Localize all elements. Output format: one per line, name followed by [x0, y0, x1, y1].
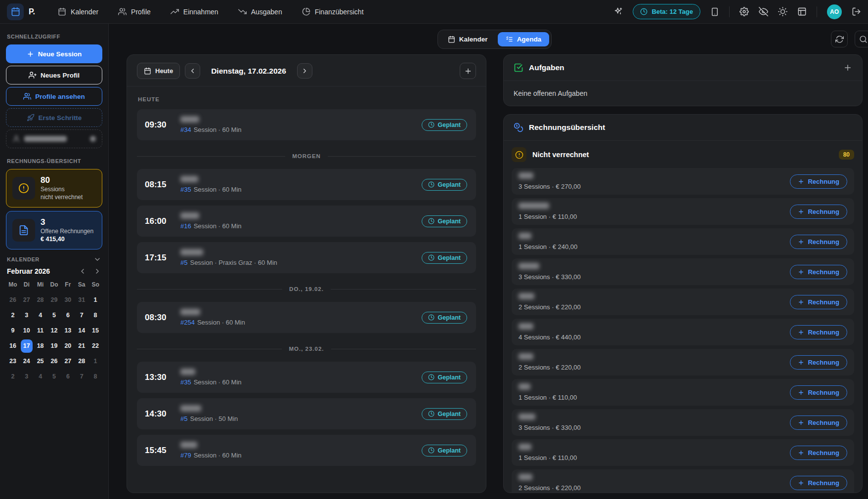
next-day-button[interactable] — [297, 63, 312, 79]
invoice-row[interactable]: 4 Sessions · € 440,00 Rechnung — [512, 319, 854, 345]
create-invoice-button[interactable]: Rechnung — [790, 235, 847, 249]
invoice-row[interactable]: 1 Session · € 110,00 Rechnung — [512, 379, 854, 406]
calendar-day[interactable]: 18 — [35, 339, 46, 353]
create-invoice-button[interactable]: Rechnung — [790, 446, 847, 460]
calendar-day[interactable]: 7 — [76, 309, 87, 322]
calendar-day[interactable]: 28 — [35, 293, 46, 307]
today-button[interactable]: Heute — [137, 63, 180, 79]
calendar-day[interactable]: 21 — [76, 339, 87, 353]
agenda-entry[interactable]: 09:30 #34Session · 60 Min Geplant — [137, 109, 476, 140]
calendar-day[interactable]: 30 — [62, 293, 74, 307]
calendar-section-header[interactable]: KALENDER — [7, 255, 101, 263]
calendar-day[interactable]: 28 — [76, 355, 87, 368]
invoice-row[interactable]: 1 Session · € 110,00 Rechnung — [512, 198, 854, 225]
calendar-day[interactable]: 6 — [62, 370, 74, 383]
agenda-entry[interactable]: 17:15 #5Session · Praxis Graz · 60 Min G… — [137, 242, 476, 273]
beta-badge[interactable]: Beta: 12 Tage — [633, 4, 700, 19]
calendar-day[interactable]: 29 — [48, 293, 60, 307]
agenda-entry[interactable]: 08:15 #35Session · 60 Min Geplant — [137, 169, 476, 200]
calendar-day[interactable]: 31 — [76, 293, 87, 307]
invoice-row[interactable]: 1 Session · € 240,00 Rechnung — [512, 228, 854, 255]
calendar-day[interactable]: 20 — [62, 339, 74, 353]
calendar-day[interactable]: 10 — [21, 324, 33, 337]
open-invoices-card[interactable]: 3 Offene Rechnungen € 415,40 — [6, 211, 102, 250]
calendar-day[interactable]: 26 — [7, 293, 19, 307]
calendar-day[interactable]: 22 — [89, 339, 101, 353]
calendar-day[interactable]: 4 — [35, 309, 46, 322]
calendar-day[interactable]: 2 — [7, 370, 19, 383]
calendar-day[interactable]: 13 — [62, 324, 74, 337]
invoice-row[interactable]: 3 Sessions · € 330,00 Rechnung — [512, 409, 854, 436]
mobile-button[interactable] — [710, 7, 719, 16]
calendar-day[interactable]: 4 — [35, 370, 46, 383]
calendar-day[interactable]: 16 — [7, 339, 19, 353]
sparkles-button[interactable] — [613, 7, 623, 16]
next-month-button[interactable] — [93, 267, 101, 275]
calendar-day[interactable]: 1 — [89, 355, 101, 368]
agenda-entry[interactable]: 14:30 #5Session · 50 Min Geplant — [137, 398, 476, 429]
invoice-row[interactable]: 2 Sessions · € 220,00 Rechnung — [512, 469, 854, 493]
calendar-day[interactable]: 23 — [7, 355, 19, 368]
invoice-row[interactable]: 2 Sessions · € 220,00 Rechnung — [512, 349, 854, 375]
new-profile-button[interactable]: Neues Profil — [6, 66, 102, 84]
calendar-day[interactable]: 11 — [35, 324, 46, 337]
calendar-day[interactable]: 15 — [89, 324, 101, 337]
calendar-day[interactable]: 19 — [48, 339, 60, 353]
nav-finanzuebersicht[interactable]: Finanzübersicht — [302, 7, 364, 16]
calendar-day[interactable]: 2 — [7, 309, 19, 322]
calendar-day[interactable]: 25 — [35, 355, 46, 368]
calendar-day[interactable]: 8 — [89, 370, 101, 383]
agenda-entry[interactable]: 16:00 #16Session · 60 Min Geplant — [137, 206, 476, 237]
avatar[interactable]: AO — [827, 4, 842, 19]
calendar-day[interactable]: 12 — [48, 324, 60, 337]
calendar-day[interactable]: 6 — [62, 309, 74, 322]
prev-day-button[interactable] — [185, 63, 200, 79]
privacy-button[interactable] — [759, 7, 768, 16]
app-logo[interactable] — [7, 3, 24, 20]
refresh-button[interactable] — [831, 31, 848, 47]
invoice-row[interactable]: 3 Sessions · € 330,00 Rechnung — [512, 258, 854, 285]
toggle-kalender[interactable]: Kalender — [440, 32, 496, 46]
calendar-day[interactable]: 8 — [89, 309, 101, 322]
layout-button[interactable] — [797, 7, 807, 16]
calendar-day[interactable]: 9 — [7, 324, 19, 337]
create-invoice-button[interactable]: Rechnung — [790, 295, 847, 309]
calendar-day[interactable]: 27 — [62, 355, 74, 368]
view-profiles-button[interactable]: Profile ansehen — [6, 87, 102, 106]
nav-kalender[interactable]: Kalender — [58, 7, 98, 16]
invoice-row[interactable]: 1 Session · € 110,00 Rechnung — [512, 439, 854, 466]
calendar-day[interactable]: 5 — [48, 309, 60, 322]
create-invoice-button[interactable]: Rechnung — [790, 325, 847, 339]
toggle-agenda[interactable]: Agenda — [498, 32, 550, 46]
invoice-row[interactable]: 3 Sessions · € 270,00 Rechnung — [512, 168, 854, 195]
calendar-day[interactable]: 14 — [76, 324, 87, 337]
nav-ausgaben[interactable]: Ausgaben — [238, 7, 282, 16]
add-task-button[interactable] — [843, 63, 852, 72]
theme-button[interactable] — [778, 7, 787, 16]
agenda-entry[interactable]: 08:30 #254Session · 60 Min Geplant — [137, 302, 476, 333]
settings-button[interactable] — [739, 7, 749, 16]
calendar-day[interactable]: 3 — [21, 370, 33, 383]
calendar-day[interactable]: 5 — [48, 370, 60, 383]
calendar-day[interactable]: 17 — [21, 339, 33, 353]
agenda-entry[interactable]: 13:30 #35Session · 60 Min Geplant — [137, 362, 476, 393]
uninvoiced-sessions-card[interactable]: 80 Sessions nicht verrechnet — [6, 169, 102, 208]
create-invoice-button[interactable]: Rechnung — [790, 174, 847, 189]
nav-profile[interactable]: Profile — [118, 7, 151, 16]
calendar-day[interactable]: 26 — [48, 355, 60, 368]
create-invoice-button[interactable]: Rechnung — [790, 476, 847, 490]
logout-button[interactable] — [852, 7, 861, 16]
invoice-row[interactable]: 2 Sessions · € 220,00 Rechnung — [512, 289, 854, 315]
create-invoice-button[interactable]: Rechnung — [790, 385, 847, 400]
calendar-day[interactable]: 3 — [21, 309, 33, 322]
calendar-day[interactable]: 24 — [21, 355, 33, 368]
create-invoice-button[interactable]: Rechnung — [790, 265, 847, 279]
nav-einnahmen[interactable]: Einnahmen — [171, 7, 218, 16]
first-steps-button[interactable]: Erste Schritte — [6, 108, 102, 127]
calendar-day[interactable]: 7 — [76, 370, 87, 383]
calendar-day[interactable]: 27 — [21, 293, 33, 307]
add-session-button[interactable] — [460, 63, 476, 79]
new-session-button[interactable]: Neue Session — [6, 44, 102, 63]
prev-month-button[interactable] — [79, 267, 87, 275]
blurred-quick-item[interactable] — [6, 129, 102, 148]
